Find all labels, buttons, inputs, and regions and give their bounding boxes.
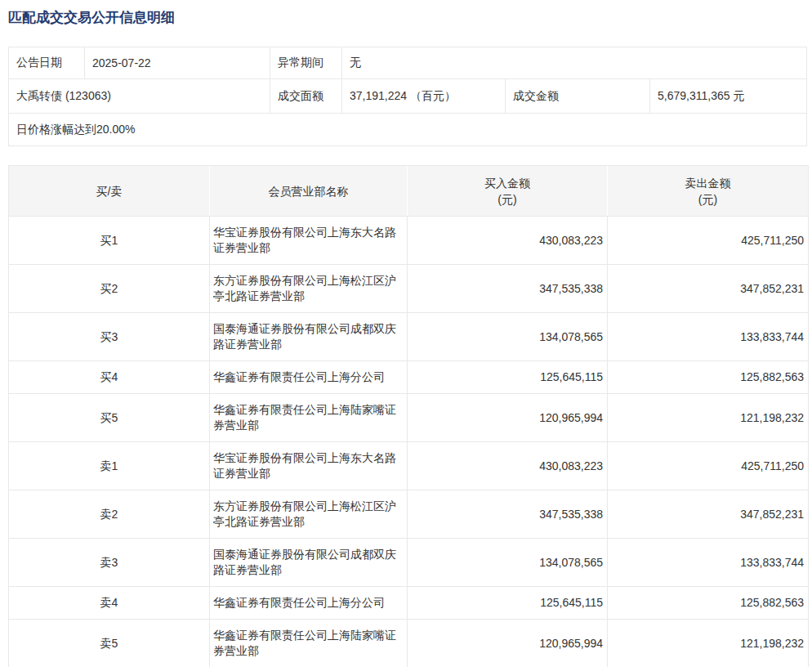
header-side: 买/卖 — [9, 166, 209, 216]
table-row: 卖1 华宝证券股份有限公司上海东大名路证券营业部 430,083,223 425… — [9, 441, 808, 490]
row-buy: 125,645,115 — [407, 360, 607, 393]
announce-date-value: 2025-07-22 — [85, 47, 270, 78]
row-branch: 华宝证券股份有限公司上海东大名路证券营业部 — [209, 441, 407, 490]
face-amount-value: 37,191,224 （百元） — [342, 79, 506, 113]
row-sell: 425,711,250 — [607, 216, 808, 264]
row-branch: 华鑫证券有限责任公司上海陆家嘴证券营业部 — [209, 619, 407, 667]
table-row: 买4 华鑫证券有限责任公司上海分公司 125,645,115 125,882,5… — [9, 360, 808, 393]
page-title: 匹配成交交易公开信息明细 — [8, 10, 804, 26]
face-amount-label: 成交面额 — [270, 79, 342, 113]
row-sell: 121,198,232 — [607, 393, 808, 441]
row-buy: 430,083,223 — [407, 441, 607, 490]
row-side: 卖4 — [9, 586, 209, 619]
abnormal-period-value: 无 — [342, 47, 806, 78]
abnormal-period-label: 异常期间 — [270, 47, 342, 78]
page-container: 匹配成交交易公开信息明细 公告日期 2025-07-22 异常期间 无 大禹转债… — [0, 10, 812, 667]
table-row: 买1 华宝证券股份有限公司上海东大名路证券营业部 430,083,223 425… — [9, 216, 808, 264]
row-branch: 华鑫证券有限责任公司上海陆家嘴证券营业部 — [209, 393, 407, 441]
row-side: 买1 — [9, 216, 209, 264]
row-sell: 347,852,231 — [607, 264, 808, 312]
turnover-label: 成交金额 — [506, 79, 650, 113]
header-sell-amount: 卖出金额 (元) — [607, 166, 808, 216]
row-side: 卖5 — [9, 619, 209, 667]
header-buy-amount-unit: (元) — [408, 191, 607, 208]
row-buy: 120,965,994 — [407, 393, 607, 441]
row-buy: 120,965,994 — [407, 619, 607, 667]
trade-detail-table: 买/卖 会员营业部名称 买入金额 (元) 卖出金额 (元) 买1 华宝证券股份有… — [8, 165, 809, 667]
row-branch: 华宝证券股份有限公司上海东大名路证券营业部 — [209, 216, 407, 264]
table-row: 卖2 东方证券股份有限公司上海松江区沪亭北路证券营业部 347,535,338 … — [9, 490, 808, 538]
info-row-note: 日价格涨幅达到20.00% — [9, 113, 806, 145]
table-row: 卖5 华鑫证券有限责任公司上海陆家嘴证券营业部 120,965,994 121,… — [9, 619, 808, 667]
row-sell: 133,833,744 — [607, 538, 808, 586]
table-row: 卖4 华鑫证券有限责任公司上海分公司 125,645,115 125,882,5… — [9, 586, 808, 619]
row-side: 卖1 — [9, 441, 209, 490]
header-sell-amount-label: 卖出金额 — [608, 175, 808, 191]
row-sell: 347,852,231 — [607, 490, 808, 538]
row-branch: 国泰海通证券股份有限公司成都双庆路证券营业部 — [209, 538, 407, 586]
row-side: 买3 — [9, 312, 209, 360]
row-side: 卖3 — [9, 538, 209, 586]
info-row-security: 大禹转债 (123063) 成交面额 37,191,224 （百元） 成交金额 … — [9, 78, 806, 113]
announce-date-label: 公告日期 — [9, 47, 85, 78]
row-side: 买2 — [9, 264, 209, 312]
row-sell: 133,833,744 — [607, 312, 808, 360]
row-sell: 125,882,563 — [607, 360, 808, 393]
header-branch: 会员营业部名称 — [209, 166, 407, 216]
row-branch: 国泰海通证券股份有限公司成都双庆路证券营业部 — [209, 312, 407, 360]
table-row: 买3 国泰海通证券股份有限公司成都双庆路证券营业部 134,078,565 13… — [9, 312, 808, 360]
row-branch: 华鑫证券有限责任公司上海分公司 — [209, 586, 407, 619]
header-buy-amount-label: 买入金额 — [408, 175, 607, 191]
row-buy: 134,078,565 — [407, 538, 607, 586]
price-change-note: 日价格涨幅达到20.00% — [9, 114, 806, 145]
row-buy: 125,645,115 — [407, 586, 607, 619]
table-row: 卖3 国泰海通证券股份有限公司成都双庆路证券营业部 134,078,565 13… — [9, 538, 808, 586]
turnover-value: 5,679,311,365 元 — [650, 79, 806, 113]
row-branch: 东方证券股份有限公司上海松江区沪亭北路证券营业部 — [209, 490, 407, 538]
row-sell: 425,711,250 — [607, 441, 808, 490]
row-branch: 华鑫证券有限责任公司上海分公司 — [209, 360, 407, 393]
row-buy: 347,535,338 — [407, 490, 607, 538]
row-buy: 347,535,338 — [407, 264, 607, 312]
table-row: 买5 华鑫证券有限责任公司上海陆家嘴证券营业部 120,965,994 121,… — [9, 393, 808, 441]
row-side: 买5 — [9, 393, 209, 441]
row-branch: 东方证券股份有限公司上海松江区沪亭北路证券营业部 — [209, 264, 407, 312]
table-header: 买/卖 会员营业部名称 买入金额 (元) 卖出金额 (元) — [9, 166, 808, 216]
security-name: 大禹转债 (123063) — [9, 79, 270, 113]
announcement-info-panel: 公告日期 2025-07-22 异常期间 无 大禹转债 (123063) 成交面… — [8, 47, 807, 146]
table-row: 买2 东方证券股份有限公司上海松江区沪亭北路证券营业部 347,535,338 … — [9, 264, 808, 312]
row-sell: 121,198,232 — [607, 619, 808, 667]
row-buy: 430,083,223 — [407, 216, 607, 264]
header-sell-amount-unit: (元) — [608, 191, 808, 208]
row-buy: 134,078,565 — [407, 312, 607, 360]
info-row-date: 公告日期 2025-07-22 异常期间 无 — [9, 47, 806, 78]
row-side: 买4 — [9, 360, 209, 393]
table-body: 买1 华宝证券股份有限公司上海东大名路证券营业部 430,083,223 425… — [9, 216, 808, 667]
row-sell: 125,882,563 — [607, 586, 808, 619]
header-buy-amount: 买入金额 (元) — [407, 166, 607, 216]
row-side: 卖2 — [9, 490, 209, 538]
